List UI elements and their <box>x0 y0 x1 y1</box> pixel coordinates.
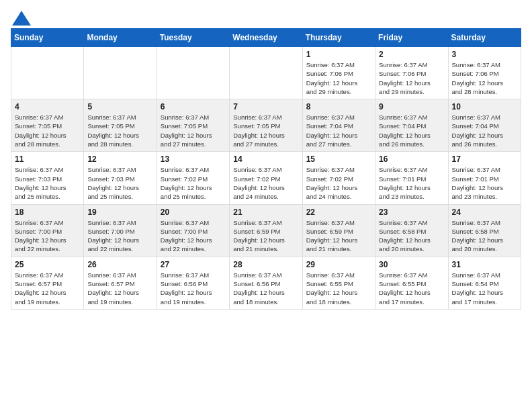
calendar-cell: 20Sunrise: 6:37 AMSunset: 7:00 PMDayligh… <box>157 204 229 257</box>
calendar-week-row: 25Sunrise: 6:37 AMSunset: 6:57 PMDayligh… <box>11 257 521 309</box>
day-number: 30 <box>379 260 444 269</box>
weekday-wednesday: Wednesday <box>230 29 302 47</box>
day-info: Sunrise: 6:37 AMSunset: 7:05 PMDaylight:… <box>233 113 298 148</box>
day-info: Sunrise: 6:37 AMSunset: 6:58 PMDaylight:… <box>452 218 517 254</box>
day-info: Sunrise: 6:37 AMSunset: 6:56 PMDaylight:… <box>233 271 298 306</box>
day-info: Sunrise: 6:37 AMSunset: 7:01 PMDaylight:… <box>379 165 444 201</box>
calendar-cell: 17Sunrise: 6:37 AMSunset: 7:01 PMDayligh… <box>448 152 521 204</box>
calendar-cell: 23Sunrise: 6:37 AMSunset: 6:58 PMDayligh… <box>375 204 448 257</box>
day-number: 4 <box>15 102 80 111</box>
day-info: Sunrise: 6:37 AMSunset: 7:04 PMDaylight:… <box>452 113 517 148</box>
calendar-week-row: 1Sunrise: 6:37 AMSunset: 7:06 PMDaylight… <box>11 47 521 99</box>
calendar-cell: 7Sunrise: 6:37 AMSunset: 7:05 PMDaylight… <box>230 99 302 152</box>
calendar-cell: 18Sunrise: 6:37 AMSunset: 7:00 PMDayligh… <box>11 204 84 257</box>
calendar-cell: 29Sunrise: 6:37 AMSunset: 6:55 PMDayligh… <box>302 257 375 309</box>
day-info: Sunrise: 6:37 AMSunset: 7:03 PMDaylight:… <box>87 165 152 201</box>
calendar-week-row: 18Sunrise: 6:37 AMSunset: 7:00 PMDayligh… <box>11 204 521 257</box>
day-number: 31 <box>452 260 517 269</box>
day-info: Sunrise: 6:37 AMSunset: 6:55 PMDaylight:… <box>306 271 371 306</box>
day-number: 23 <box>379 208 444 217</box>
calendar-cell: 4Sunrise: 6:37 AMSunset: 7:05 PMDaylight… <box>11 99 84 152</box>
day-info: Sunrise: 6:37 AMSunset: 7:06 PMDaylight:… <box>452 60 517 96</box>
calendar-cell: 12Sunrise: 6:37 AMSunset: 7:03 PMDayligh… <box>84 152 157 204</box>
calendar-cell: 9Sunrise: 6:37 AMSunset: 7:04 PMDaylight… <box>375 99 448 152</box>
calendar-cell: 2Sunrise: 6:37 AMSunset: 7:06 PMDaylight… <box>375 47 448 99</box>
calendar-cell: 22Sunrise: 6:37 AMSunset: 6:59 PMDayligh… <box>302 204 375 257</box>
calendar-week-row: 11Sunrise: 6:37 AMSunset: 7:03 PMDayligh… <box>11 152 521 204</box>
svg-marker-0 <box>12 11 31 26</box>
day-info: Sunrise: 6:37 AMSunset: 7:05 PMDaylight:… <box>87 113 152 148</box>
day-info: Sunrise: 6:37 AMSunset: 6:56 PMDaylight:… <box>161 271 226 306</box>
day-number: 6 <box>161 102 226 111</box>
calendar: SundayMondayTuesdayWednesdayThursdayFrid… <box>11 28 521 310</box>
calendar-cell: 31Sunrise: 6:37 AMSunset: 6:54 PMDayligh… <box>448 257 521 309</box>
calendar-cell: 26Sunrise: 6:37 AMSunset: 6:57 PMDayligh… <box>84 257 157 309</box>
calendar-cell: 8Sunrise: 6:37 AMSunset: 7:04 PMDaylight… <box>302 99 375 152</box>
day-info: Sunrise: 6:37 AMSunset: 7:05 PMDaylight:… <box>161 113 226 148</box>
day-number: 24 <box>452 208 517 217</box>
day-number: 9 <box>379 102 444 111</box>
day-info: Sunrise: 6:37 AMSunset: 6:57 PMDaylight:… <box>87 271 152 306</box>
day-info: Sunrise: 6:37 AMSunset: 6:58 PMDaylight:… <box>379 218 444 254</box>
day-number: 29 <box>306 260 371 269</box>
weekday-sunday: Sunday <box>11 29 84 47</box>
weekday-thursday: Thursday <box>302 29 375 47</box>
day-number: 17 <box>452 154 517 164</box>
day-number: 14 <box>233 154 298 164</box>
day-number: 5 <box>87 102 152 111</box>
day-number: 10 <box>452 102 517 111</box>
calendar-cell <box>230 47 302 99</box>
weekday-tuesday: Tuesday <box>157 29 229 47</box>
day-info: Sunrise: 6:37 AMSunset: 6:55 PMDaylight:… <box>379 271 444 306</box>
calendar-cell: 15Sunrise: 6:37 AMSunset: 7:02 PMDayligh… <box>302 152 375 204</box>
calendar-cell: 30Sunrise: 6:37 AMSunset: 6:55 PMDayligh… <box>375 257 448 309</box>
calendar-cell: 28Sunrise: 6:37 AMSunset: 6:56 PMDayligh… <box>230 257 302 309</box>
day-number: 2 <box>379 50 444 59</box>
day-info: Sunrise: 6:37 AMSunset: 7:04 PMDaylight:… <box>379 113 444 148</box>
day-number: 19 <box>87 208 152 217</box>
calendar-cell: 16Sunrise: 6:37 AMSunset: 7:01 PMDayligh… <box>375 152 448 204</box>
calendar-cell: 25Sunrise: 6:37 AMSunset: 6:57 PMDayligh… <box>11 257 84 309</box>
day-info: Sunrise: 6:37 AMSunset: 7:06 PMDaylight:… <box>306 60 371 96</box>
day-number: 3 <box>452 50 517 59</box>
day-info: Sunrise: 6:37 AMSunset: 7:05 PMDaylight:… <box>15 113 80 148</box>
day-info: Sunrise: 6:37 AMSunset: 7:00 PMDaylight:… <box>161 218 226 254</box>
calendar-cell <box>11 47 84 99</box>
day-info: Sunrise: 6:37 AMSunset: 6:57 PMDaylight:… <box>15 271 80 306</box>
day-number: 26 <box>87 260 152 269</box>
day-number: 7 <box>233 102 298 111</box>
calendar-cell: 5Sunrise: 6:37 AMSunset: 7:05 PMDaylight… <box>84 99 157 152</box>
day-info: Sunrise: 6:37 AMSunset: 6:59 PMDaylight:… <box>233 218 298 254</box>
day-number: 22 <box>306 208 371 217</box>
logo <box>11 11 31 23</box>
day-number: 28 <box>233 260 298 269</box>
day-info: Sunrise: 6:37 AMSunset: 7:03 PMDaylight:… <box>15 165 80 201</box>
day-info: Sunrise: 6:37 AMSunset: 7:00 PMDaylight:… <box>87 218 152 254</box>
calendar-cell: 13Sunrise: 6:37 AMSunset: 7:02 PMDayligh… <box>157 152 229 204</box>
day-info: Sunrise: 6:37 AMSunset: 7:01 PMDaylight:… <box>452 165 517 201</box>
calendar-cell: 3Sunrise: 6:37 AMSunset: 7:06 PMDaylight… <box>448 47 521 99</box>
day-info: Sunrise: 6:37 AMSunset: 7:02 PMDaylight:… <box>306 165 371 201</box>
day-number: 13 <box>161 154 226 164</box>
page-header <box>11 11 521 23</box>
weekday-friday: Friday <box>375 29 448 47</box>
logo-icon <box>12 11 31 26</box>
day-info: Sunrise: 6:37 AMSunset: 7:04 PMDaylight:… <box>306 113 371 148</box>
day-info: Sunrise: 6:37 AMSunset: 6:59 PMDaylight:… <box>306 218 371 254</box>
day-info: Sunrise: 6:37 AMSunset: 7:02 PMDaylight:… <box>161 165 226 201</box>
calendar-cell: 27Sunrise: 6:37 AMSunset: 6:56 PMDayligh… <box>157 257 229 309</box>
day-number: 25 <box>15 260 80 269</box>
day-number: 11 <box>15 154 80 164</box>
calendar-cell: 14Sunrise: 6:37 AMSunset: 7:02 PMDayligh… <box>230 152 302 204</box>
calendar-cell: 1Sunrise: 6:37 AMSunset: 7:06 PMDaylight… <box>302 47 375 99</box>
calendar-week-row: 4Sunrise: 6:37 AMSunset: 7:05 PMDaylight… <box>11 99 521 152</box>
day-number: 1 <box>306 50 371 59</box>
day-number: 27 <box>161 260 226 269</box>
calendar-cell: 21Sunrise: 6:37 AMSunset: 6:59 PMDayligh… <box>230 204 302 257</box>
calendar-cell: 11Sunrise: 6:37 AMSunset: 7:03 PMDayligh… <box>11 152 84 204</box>
day-info: Sunrise: 6:37 AMSunset: 7:02 PMDaylight:… <box>233 165 298 201</box>
day-number: 20 <box>161 208 226 217</box>
day-number: 12 <box>87 154 152 164</box>
day-number: 8 <box>306 102 371 111</box>
day-info: Sunrise: 6:37 AMSunset: 6:54 PMDaylight:… <box>452 271 517 306</box>
